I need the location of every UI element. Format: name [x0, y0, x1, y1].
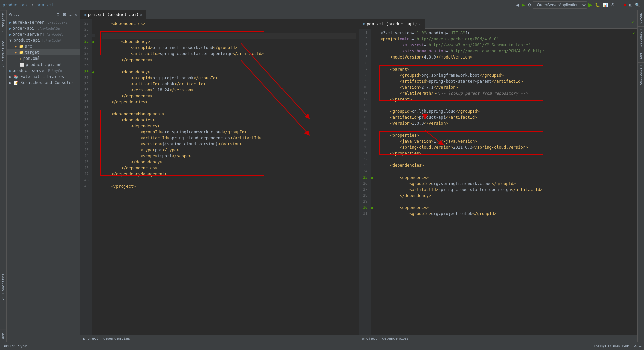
left-status-breadcrumb: project › dependencies: [80, 335, 359, 342]
rcode-line-21: </properties>: [381, 150, 635, 156]
build-status: Build: Sync...: [3, 344, 34, 348]
project-panel-title: Pr...: [9, 12, 54, 17]
project-panel-gear[interactable]: ⚙: [55, 12, 61, 17]
user-info: CSDM@H1X3HANDSOME: [594, 344, 632, 348]
rcode-line-13: [381, 102, 635, 108]
code-line-47: </dependencyManagement>: [102, 171, 356, 177]
tree-item-scratches[interactable]: ▶ 📝 Scratches and Consoles: [7, 80, 80, 86]
code-line-49: </project>: [102, 183, 356, 189]
more-btn[interactable]: ⋯: [616, 2, 623, 8]
code-line-37: <dependencyManagement>: [102, 111, 356, 117]
validation-check: ✓: [632, 19, 635, 28]
editor-tabs: m pom.xml (product-api) ×: [80, 10, 637, 19]
project-panel-header: Pr... ⚙ ⊞ ≡ ×: [7, 10, 80, 19]
rcode-line-10: <version>2.7.1</version>: [381, 84, 635, 90]
right-editor-content[interactable]: 1 2 3 4 5 6 7 8 9 10 11 12 13 14: [359, 29, 638, 335]
tree-item-order-server[interactable]: ▶ order-server F:\myCode\: [7, 31, 80, 37]
sidebar-tab-ant[interactable]: Ant: [638, 50, 644, 63]
rcode-line-22: [381, 156, 635, 162]
expand-icon: ▼: [9, 38, 12, 43]
rcode-line-30: <dependency>: [381, 205, 635, 211]
main-layout: 1: Project Z: Structure 2: Favorites Web…: [0, 10, 644, 342]
forward-btn[interactable]: ▶: [520, 2, 526, 8]
tree-item-product-api[interactable]: ▼ product-api F:\myCode\: [7, 37, 80, 43]
run-button[interactable]: ▶: [587, 1, 594, 9]
rcode-line-19: <java.version>1.8</java.version>: [381, 138, 635, 144]
rcode-line-15: <artifactId>product-api</artifactId>: [381, 114, 635, 120]
tree-item-target[interactable]: ▶ 📁 target: [7, 49, 80, 55]
tab-close-left[interactable]: ×: [140, 13, 142, 17]
left-editor-content[interactable]: 22 23 24 25 26 27 28 29 30 31 32 33 34 3…: [80, 19, 359, 335]
settings-btn[interactable]: ⚙: [526, 2, 533, 8]
tab-close-right[interactable]: ×: [419, 22, 421, 26]
xml-tab-icon2: m: [363, 22, 366, 26]
sidebar-tab-structure[interactable]: Z: Structure: [0, 38, 6, 70]
coverage-btn[interactable]: 📊: [601, 2, 609, 8]
debug-btn[interactable]: 🐛: [594, 2, 601, 8]
tab-right-pomxml[interactable]: m pom.xml (product-api) ×: [359, 19, 425, 29]
profile-btn[interactable]: ⏱: [609, 2, 616, 8]
project-panel-settings[interactable]: ≡: [68, 12, 72, 17]
project-panel-toggle[interactable]: ⊞: [62, 12, 67, 17]
rcode-line-31: <groupId>org.projectlombok</groupId>: [381, 211, 635, 217]
folder-icon: ▶ 📁: [15, 50, 24, 55]
code-line-32: <artifactId>lombok</artifactId>: [102, 81, 356, 87]
title-bar: product-api › pom.xml ◀ ▶ ⚙ OrderServerA…: [0, 0, 644, 10]
minimize-icon[interactable]: —: [639, 344, 641, 348]
code-line-29: [102, 63, 356, 69]
rcode-line-20: <spring-cloud.version>2021.0.3</spring-c…: [381, 144, 635, 150]
right-validation-check: ✓: [633, 30, 635, 35]
code-line-38: <dependencies>: [102, 117, 356, 123]
run-config-select[interactable]: OrderServerApplication: [533, 1, 587, 9]
left-code-area[interactable]: <dependencies> <dependency> <groupId>org…: [99, 19, 359, 335]
code-line-25: <dependency>: [102, 39, 356, 45]
rcode-line-17: [381, 126, 635, 132]
tree-item-eureka-server[interactable]: ▶ eureka-server F:\myCode\S: [7, 19, 80, 25]
tree-item-iml[interactable]: ⬜ product-api.iml: [7, 62, 80, 68]
tree-item-pomxml[interactable]: m pom.xml: [7, 55, 80, 62]
sidebar-tab-hierarchy[interactable]: Hierarchy: [638, 63, 644, 88]
code-line-41: <artifactId>spring-cloud-dependencies</a…: [102, 135, 356, 141]
code-line-40: <groupId>org.springframework.cloud</grou…: [102, 129, 356, 135]
sidebar-tab-maven[interactable]: Maven: [638, 10, 644, 27]
stop-btn[interactable]: ■: [623, 2, 628, 8]
rcode-line-24: [381, 168, 635, 174]
tree-item-external-libs[interactable]: ▶ 📚 External Libraries: [7, 74, 80, 80]
rcode-line-1: <?xml version="1.0" encoding="UTF-8"?>: [381, 30, 635, 36]
code-line-43: <type>pom</type>: [102, 147, 356, 153]
right-editor-tabs: m pom.xml (product-api) × ✓: [359, 19, 638, 29]
code-line-28: </dependency>: [102, 57, 356, 63]
project-panel-close[interactable]: ×: [74, 12, 78, 17]
tree-item-product-server[interactable]: ▶ product-server F:\myCo: [7, 68, 80, 74]
sidebar-tab-web[interactable]: Web: [0, 330, 6, 342]
code-line-33: <version>1.18.24</version>: [102, 87, 356, 93]
code-line-31: <groupId>org.projectlombok</groupId>: [102, 75, 356, 81]
code-line-46: </dependencies>: [102, 165, 356, 171]
sidebar-tab-database[interactable]: Database: [638, 27, 644, 50]
tab-left-pomxml[interactable]: m pom.xml (product-api) ×: [80, 10, 146, 19]
right-line-numbers: 1 2 3 4 5 6 7 8 9 10 11 12 13 14: [359, 29, 371, 335]
project-tree[interactable]: ▶ eureka-server F:\myCode\S ▶ order-api …: [7, 19, 80, 342]
code-line-44: <scope>import</scope>: [102, 153, 356, 159]
libraries-icon: ▶ 📚: [9, 75, 18, 79]
sidebar-tab-project[interactable]: 1: Project: [0, 10, 6, 38]
search-btn[interactable]: 🔍: [634, 2, 641, 8]
sidebar-left: 1: Project Z: Structure 2: Favorites Web: [0, 10, 7, 342]
back-btn[interactable]: ◀: [515, 2, 520, 8]
sidebar-right: Maven Database Ant Hierarchy: [637, 10, 644, 342]
rcode-line-12: </parent>: [381, 96, 635, 102]
code-line-27: <artifactId>spring-cloud-starter-openfei…: [102, 51, 356, 57]
code-line-30: <dependency>: [102, 69, 356, 75]
tree-item-src[interactable]: ▶ 📁 src: [7, 43, 80, 49]
settings-icon[interactable]: ⚙: [634, 344, 637, 348]
rcode-line-8: <groupId>org.springframework.boot</group…: [381, 72, 635, 78]
rcode-line-28: </dependency>: [381, 193, 635, 199]
project-panel: Pr... ⚙ ⊞ ≡ × ▶ eureka-server F:\myCode\…: [7, 10, 80, 342]
tree-item-order-api[interactable]: ▶ order-api F:\myCode\Sp: [7, 25, 80, 31]
layout-btn[interactable]: ⊞: [628, 2, 634, 8]
right-code-area[interactable]: <?xml version="1.0" encoding="UTF-8"?> <…: [378, 29, 638, 335]
module-icon: ▶: [9, 32, 12, 37]
code-line-35: </dependencies>: [102, 99, 356, 105]
sidebar-tab-favorites[interactable]: 2: Favorites: [0, 271, 6, 303]
code-line-42: <version>${spring-cloud.version}</versio…: [102, 141, 356, 147]
